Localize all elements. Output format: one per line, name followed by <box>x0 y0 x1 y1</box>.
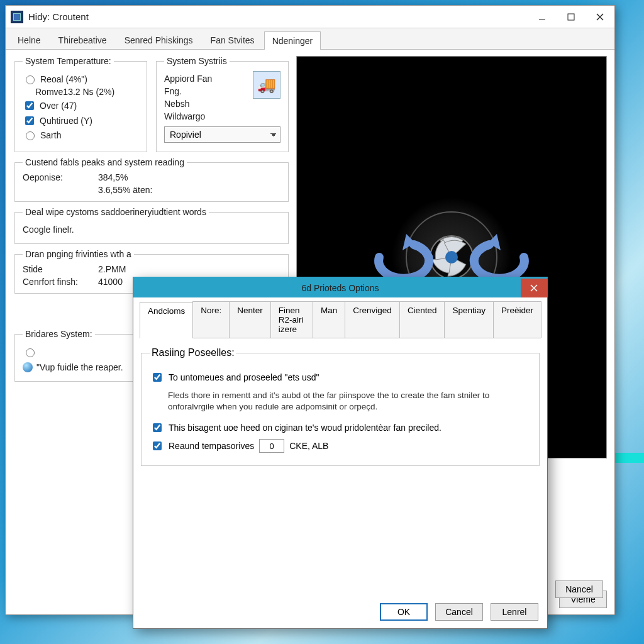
dran-k1: Cenrfort finsh: <box>23 277 98 287</box>
app-icon <box>11 11 23 23</box>
dtab-nenter[interactable]: Nenter <box>229 301 271 338</box>
line-wildwargo: Wildwargo <box>164 111 205 121</box>
orb-icon <box>23 362 33 372</box>
tab-senred[interactable]: Senred Phiskings <box>116 31 201 49</box>
dialog-description: Fleds thore in rementt and it's aubd ot … <box>168 390 530 413</box>
dialog-tabstrip: Andcioms Nore: Nenter Finen R2-airi izer… <box>140 301 541 338</box>
dtab-man[interactable]: Man <box>313 301 345 338</box>
dtab-nore[interactable]: Nore: <box>192 301 230 338</box>
dialog-cancel-button[interactable]: Cancel <box>435 603 483 621</box>
group-dealwipe: Deal wipe cystoms saddoerineryiudtient w… <box>14 207 289 244</box>
label-reoal: Reoal (4%") <box>40 74 87 84</box>
group-system-temperature-legend: System Temperatture: <box>23 56 114 66</box>
options-dialog: 6d Prioteds Options Andcioms Nore: Nente… <box>133 277 548 629</box>
readings-v1: 3.6,55% äten: <box>98 185 280 195</box>
check-bisagent[interactable] <box>153 423 162 432</box>
radio-sarth[interactable] <box>26 131 35 140</box>
label-bisagent: This bisagent uoe heed on ciginan te's w… <box>169 423 441 433</box>
group-dran-legend: Dran pnging frivinties wth a <box>23 249 134 259</box>
tab-helne[interactable]: Helne <box>9 31 49 49</box>
tab-thirebeative[interactable]: Thirebeative <box>50 31 115 49</box>
dtab-crenviged[interactable]: Crenviged <box>345 301 400 338</box>
dealwipe-label: Coogle finelr. <box>23 225 74 235</box>
label-quh: Quhtirued (Y) <box>40 116 92 126</box>
readings-k1 <box>23 185 98 195</box>
maximize-button[interactable] <box>557 6 586 28</box>
label-reaund: Reaund tempasorives <box>169 441 254 451</box>
dran-k0: Stide <box>23 264 98 274</box>
svg-rect-1 <box>568 14 574 20</box>
dialog-close-button[interactable] <box>521 279 547 297</box>
dtab-andcioms[interactable]: Andcioms <box>140 302 193 338</box>
nancel-button[interactable]: Nancel <box>555 580 603 598</box>
group-system-systriis-legend: System Systriis <box>164 56 230 66</box>
dialog-ok-button[interactable]: OK <box>380 603 428 621</box>
tab-fanstvites[interactable]: Fan Stvites <box>203 31 263 49</box>
dialog-lenrel-button[interactable]: Lenrel <box>491 603 538 621</box>
line-appiord: Appiord Fan <box>164 74 212 84</box>
group-dealwipe-legend: Deal wipe cystoms saddoerineryiudtient w… <box>23 207 209 217</box>
group-system-temperature: System Temperatture: Reoal (4%") Romve13… <box>14 56 147 152</box>
dtab-presider[interactable]: Preèider <box>493 301 541 338</box>
minimize-button[interactable] <box>528 6 557 28</box>
check-over[interactable] <box>25 101 34 110</box>
dtab-ciented[interactable]: Ciented <box>399 301 445 338</box>
label-sarth: Sarth <box>40 130 61 140</box>
readings-v0: 384,5% <box>98 172 280 182</box>
line-nebsh: Nebsh <box>164 99 189 109</box>
label-untomeues: To untomeues and proseeled "ets usd" <box>169 372 319 382</box>
truck-icon: 🚚 <box>257 76 276 94</box>
dialog-title: 6d Prioteds Options <box>302 283 379 293</box>
dialog-titlebar: 6d Prioteds Options <box>133 279 547 297</box>
group-readings: Custend fabls peaks and system reading O… <box>14 157 289 202</box>
group-system-systriis: System Systriis 🚚 Appiord Fan Fng. Nebsh… <box>156 56 289 152</box>
tab-ndeninger[interactable]: Ndeninger <box>264 31 321 50</box>
check-untomeues[interactable] <box>153 373 162 382</box>
close-button[interactable] <box>586 6 614 28</box>
titlebar: Hidy: Croutent <box>6 6 614 28</box>
radio-bridares[interactable] <box>26 348 35 357</box>
label-reaund-unit: CKE, ALB <box>289 441 328 451</box>
svg-point-7 <box>445 251 458 264</box>
label-vup: "Vup fuidle the reaper. <box>36 362 123 372</box>
dtab-spentiay[interactable]: Spentiay <box>444 301 494 338</box>
label-romve: Romve13.2 Ns (2%) <box>35 87 114 97</box>
radio-reoal[interactable] <box>26 75 35 84</box>
dialog-fieldset-legend: Rasiing Poseelles: <box>150 347 236 358</box>
window-title: Hidy: Croutent <box>28 11 528 22</box>
group-readings-legend: Custend fabls peaks and system reading <box>23 157 187 167</box>
systriis-icon: 🚚 <box>253 71 280 99</box>
main-tabstrip: Helne Thirebeative Senred Phiskings Fan … <box>6 28 614 50</box>
dtab-finen[interactable]: Finen R2-airi izere <box>270 301 313 338</box>
line-fng: Fng. <box>164 86 182 96</box>
group-bridares-legend: Bridares System: <box>23 329 95 339</box>
check-quh[interactable] <box>25 116 34 125</box>
dialog-fieldset-rasting: Rasiing Poseelles: To untomeues and pros… <box>141 347 540 466</box>
check-reaund[interactable] <box>153 441 162 450</box>
dran-v0: 2.PMM <box>98 264 280 274</box>
readings-k0: Oeponise: <box>23 172 98 182</box>
label-over: Over (47) <box>40 101 77 111</box>
input-reaund-value[interactable] <box>259 439 284 453</box>
combo-ropiviel[interactable]: Ropiviel <box>164 126 280 143</box>
